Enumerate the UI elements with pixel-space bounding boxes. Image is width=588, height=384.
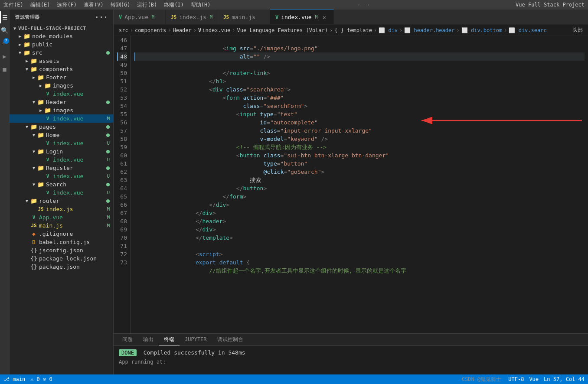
- terminal-panel: 问题 输出 终端 JUPYTER 调试控制台 DONE Compiled suc…: [114, 333, 588, 374]
- tabs-bar: V App.vue M JS index.js M JS main.js V i…: [114, 10, 588, 25]
- menu-edit[interactable]: 编辑(E): [30, 1, 50, 9]
- code-line-46: <img src="./images/logo.png": [134, 36, 585, 44]
- breadcrumb-template[interactable]: { } template: [334, 27, 372, 33]
- tab-label: index.js: [179, 14, 206, 20]
- terminal-tab-terminal[interactable]: 终端: [159, 334, 180, 345]
- sidebar-dots[interactable]: ···: [95, 13, 108, 21]
- sidebar-item-babel-config[interactable]: ▶ B babel.config.js: [10, 238, 113, 246]
- breadcrumb-right-label: 头部: [572, 26, 583, 34]
- tab-label: index.vue: [281, 14, 311, 20]
- sidebar-item-assets[interactable]: ▶ 📁 assets: [10, 57, 113, 65]
- sidebar-item-register[interactable]: ▼ 📁 Register: [10, 164, 113, 172]
- sidebar-item-package-json[interactable]: ▶ {} package.json: [10, 263, 113, 271]
- vue-icon: V: [119, 14, 122, 20]
- tab-modified-badge: M: [210, 15, 212, 20]
- activity-bar: ☰ 🔍 ⚯ 7 ▶ ■: [0, 10, 10, 374]
- menu-terminal[interactable]: 终端(I): [164, 1, 184, 9]
- sidebar-item-home-index-vue[interactable]: ▶ V index.vue U: [10, 139, 113, 147]
- tab-close-button[interactable]: ×: [320, 13, 328, 21]
- sidebar-item-header-images[interactable]: ▶ 📁 images: [10, 106, 113, 114]
- sidebar: 资源管理器 ··· ▼ VUE-FULL-STACK-PROJECT ▶ 📁 n…: [10, 10, 114, 374]
- activity-extensions[interactable]: ■: [0, 63, 10, 75]
- sidebar-item-footer-index-vue[interactable]: ▶ V index.vue: [10, 90, 113, 98]
- sidebar-item-app-vue[interactable]: ▶ V App.vue M: [10, 213, 113, 221]
- tab-modified-badge: M: [315, 15, 318, 20]
- sidebar-item-public[interactable]: ▶ 📁 public: [10, 40, 113, 49]
- code-editor[interactable]: 46 47 48 49 50 51 52 53 54 55 56 57 58 5…: [114, 36, 588, 333]
- activity-debug[interactable]: ▶: [0, 50, 10, 62]
- sidebar-item-router[interactable]: ▼ 📁 router: [10, 197, 113, 205]
- breadcrumb-src[interactable]: src: [119, 27, 128, 33]
- js-icon: JS: [171, 14, 176, 20]
- breadcrumb-div-searc[interactable]: ⬜ div.searc: [509, 27, 546, 33]
- tab-modified-badge: M: [152, 15, 154, 20]
- sidebar-item-login-index-vue[interactable]: ▶ V index.vue U: [10, 156, 113, 164]
- tab-app-vue[interactable]: V App.vue M: [114, 10, 166, 24]
- breadcrumb-header-header[interactable]: ⬜ header.header: [404, 27, 454, 33]
- sidebar-item-login[interactable]: ▼ 📁 Login: [10, 147, 113, 156]
- activity-scm[interactable]: ⚯ 7: [0, 37, 10, 49]
- line-numbers: 46 47 48 49 50 51 52 53 54 55 56 57 58 5…: [114, 36, 131, 333]
- code-content[interactable]: <img src="./images/logo.png" alt="" />: [131, 36, 588, 333]
- terminal-done-line: DONE Compiled successfully in 548ms: [119, 348, 583, 358]
- sidebar-item-jsconfig[interactable]: ▶ {} jsconfig.json: [10, 246, 113, 254]
- sidebar-item-header[interactable]: ▼ 📁 Header: [10, 98, 113, 106]
- breadcrumb-div-bottom[interactable]: ⬜ div.bottom: [461, 27, 502, 33]
- title-bar: 文件(E) 编辑(E) 选择(F) 查看(V) 转到(G) 运行(B) 终端(I…: [0, 0, 588, 10]
- breadcrumb: src › components › Header › Vindex.vue ›…: [114, 25, 588, 36]
- tab-label: App.vue: [124, 14, 148, 20]
- sidebar-item-main-js[interactable]: ▶ JS main.js M: [10, 221, 113, 230]
- tab-index-js[interactable]: JS index.js M: [166, 10, 218, 24]
- nav-back[interactable]: ←: [357, 2, 360, 8]
- menu-file[interactable]: 文件(E): [3, 1, 23, 9]
- sidebar-item-gitignore[interactable]: ▶ ◆ .gitignore: [10, 230, 113, 238]
- tab-label: main.js: [232, 14, 255, 20]
- editor-area: V App.vue M JS index.js M JS main.js V i…: [114, 10, 588, 374]
- terminal-tab-output[interactable]: 输出: [138, 334, 159, 345]
- breadcrumb-div[interactable]: ⬜ div: [379, 27, 398, 33]
- menu-goto[interactable]: 转到(G): [111, 1, 131, 9]
- code-line-71: <script>: [134, 242, 585, 250]
- breadcrumb-index-vue[interactable]: Vindex.vue: [198, 27, 230, 33]
- sidebar-item-home[interactable]: ▼ 📁 Home: [10, 131, 113, 139]
- menu-select[interactable]: 选择(F): [57, 1, 77, 9]
- sidebar-item-footer-images[interactable]: ▶ 📁 images: [10, 81, 113, 90]
- sidebar-item-register-index-vue[interactable]: ▶ V index.vue U: [10, 172, 113, 180]
- tab-index-vue-active[interactable]: V index.vue M ×: [270, 10, 334, 24]
- terminal-tabs: 问题 输出 终端 JUPYTER 调试控制台: [114, 334, 588, 346]
- activity-search[interactable]: 🔍: [0, 24, 10, 36]
- menu-view[interactable]: 查看(V): [84, 1, 104, 9]
- sidebar-tree: ▼ VUE-FULL-STACK-PROJECT ▶ 📁 node_module…: [10, 25, 113, 374]
- root-label: VUE-FULL-STACK-PROJECT: [18, 26, 86, 31]
- status-bar: ⎇ main ⚠ 0 ⊘ 0 CSDN @鬼鬼骑士 UTF-8 Vue Ln 5…: [0, 374, 588, 384]
- sidebar-root[interactable]: ▼ VUE-FULL-STACK-PROJECT: [10, 25, 113, 32]
- sidebar-item-pages[interactable]: ▼ 📁 pages: [10, 123, 113, 131]
- tab-main-js[interactable]: JS main.js: [218, 10, 270, 24]
- nav-forward[interactable]: →: [366, 2, 369, 8]
- sidebar-item-search-index-vue[interactable]: ▶ V index.vue U: [10, 189, 113, 197]
- terminal-tab-jupyter[interactable]: JUPYTER: [180, 335, 212, 345]
- sidebar-title: 资源管理器 ···: [10, 10, 113, 25]
- sidebar-item-footer[interactable]: ▶ 📁 Footer: [10, 73, 113, 81]
- sidebar-item-node-modules[interactable]: ▶ 📁 node_modules: [10, 32, 113, 40]
- terminal-tab-problems[interactable]: 问题: [117, 334, 138, 345]
- sidebar-item-header-index-vue[interactable]: ▶ V index.vue M: [10, 114, 113, 123]
- sidebar-item-package-lock[interactable]: ▶ {} package-lock.json: [10, 254, 113, 263]
- watermark: CSDN @鬼鬼骑士: [462, 376, 501, 383]
- menu-run[interactable]: 运行(B): [137, 1, 157, 9]
- sidebar-item-src[interactable]: ▼ 📁 src: [10, 49, 113, 57]
- sidebar-item-router-index-js[interactable]: ▶ JS index.js M: [10, 205, 113, 213]
- activity-explorer[interactable]: ☰: [0, 11, 10, 23]
- menu-help[interactable]: 帮助(H): [191, 1, 211, 9]
- breadcrumb-volar[interactable]: Vue Language Features (Volar): [237, 27, 328, 33]
- breadcrumb-components[interactable]: components: [135, 27, 166, 33]
- vue-icon: V: [275, 14, 278, 20]
- breadcrumb-header[interactable]: Header: [173, 27, 191, 33]
- root-arrow: ▼: [11, 26, 18, 31]
- sidebar-item-search[interactable]: ▼ 📁 Search: [10, 180, 113, 189]
- terminal-tab-debug[interactable]: 调试控制台: [212, 334, 248, 345]
- sidebar-item-components[interactable]: ▼ 📁 components: [10, 65, 113, 73]
- terminal-content: DONE Compiled successfully in 548ms App …: [114, 346, 588, 368]
- code-line-49: </router-link>: [134, 61, 585, 69]
- code-editor-wrapper: 46 47 48 49 50 51 52 53 54 55 56 57 58 5…: [114, 36, 588, 333]
